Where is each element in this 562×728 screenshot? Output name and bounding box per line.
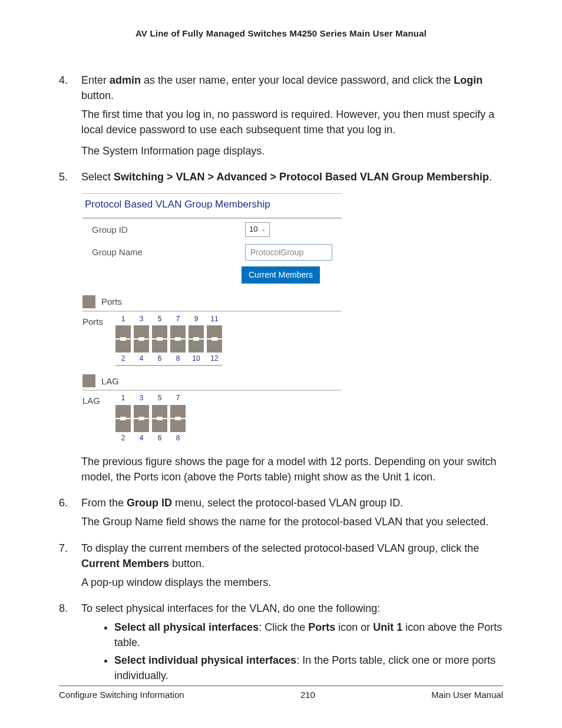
step8-text: To select physical interfaces for the VL… [81,602,380,614]
figure-title: Protocol Based VLAN Group Membership [82,194,342,219]
bullet-individual-interfaces: Select individual physical interfaces: I… [114,653,503,683]
ports-section-head: Ports [82,295,342,312]
lag-cell[interactable] [134,419,149,432]
lag-cell[interactable] [115,419,131,432]
group-name-input[interactable]: ProtocolGroup [245,244,332,261]
lag-bottom-row [115,419,186,432]
lag-cell[interactable] [152,419,167,432]
port-num: 2 [115,354,131,364]
port-cell[interactable] [170,325,186,338]
step-list: Enter admin as the user name, enter your… [59,73,503,683]
t: as the user name, enter your local devic… [141,74,454,86]
port-cell[interactable] [207,340,222,353]
port-cell[interactable] [152,340,167,353]
step4-text: Enter admin as the user name, enter your… [81,74,482,101]
port-cell[interactable] [152,325,167,338]
current-members-button[interactable]: Current Members [242,266,320,283]
ports-head-label: Ports [101,295,122,308]
t-bold: Switching > VLAN > Advanced > Protocol B… [114,171,489,183]
label-group-id: Group ID [85,223,245,236]
lag-cell[interactable] [152,405,167,418]
step5-text: Select Switching > VLAN > Advanced > Pro… [81,171,492,183]
step-7: To display the current members of the se… [59,541,503,590]
ports-bottom-row [115,340,222,353]
lag-bottom-nums: 2 4 6 8 [115,433,186,443]
page-footer: Configure Switching Information 210 Main… [59,686,503,700]
lag-num: 1 [115,393,131,403]
port-cell[interactable] [115,325,131,338]
lag-cell[interactable] [170,405,186,418]
ports-row-label: Ports [82,314,108,328]
t: : Click the [259,621,308,633]
footer-right: Main User Manual [431,690,503,700]
port-num: 8 [170,354,186,364]
ports-icon[interactable] [82,295,95,308]
port-num: 10 [189,354,204,364]
step4-note1: The first time that you log in, no passw… [81,107,503,137]
lag-num: 2 [115,433,131,443]
lag-head-label: LAG [101,375,119,388]
port-num: 3 [134,314,149,324]
bullet-all-interfaces: Select all physical interfaces: Click th… [114,620,503,650]
step8-bullets: Select all physical interfaces: Click th… [114,620,503,683]
step5-note: The previous figure shows the page for a… [81,454,503,485]
lag-top-nums: 1 3 5 7 [115,393,186,403]
port-num: 9 [189,314,204,324]
lag-top-row [115,405,186,418]
step7-note: A pop-up window displays the members. [81,575,503,590]
port-cell[interactable] [115,340,131,353]
port-cell[interactable] [170,340,186,353]
footer-left: Configure Switching Information [59,690,184,700]
t-bold: admin [110,74,141,86]
lag-icon[interactable] [82,374,95,387]
port-num: 6 [152,354,167,364]
row-group-name: Group Name ProtocolGroup [82,241,342,264]
lag-cell[interactable] [115,405,131,418]
lag-num: 8 [170,433,186,443]
lag-num: 7 [170,393,186,403]
t: icon or [335,621,373,633]
port-cell[interactable] [189,340,204,353]
row-group-id: Group ID 10 ⌄ [82,219,342,241]
t-bold: Ports [308,621,335,633]
t: button. [169,558,204,569]
port-cell[interactable] [134,340,149,353]
ports-block: Ports 1 3 5 7 9 11 [82,314,342,367]
t-bold: Current Members [81,558,169,569]
port-num: 7 [170,314,186,324]
lag-row-label: LAG [82,393,108,407]
lag-num: 4 [134,433,149,443]
port-num: 4 [134,354,149,364]
figure-vlan-membership: Protocol Based VLAN Group Membership Gro… [82,193,342,445]
group-id-select[interactable]: 10 ⌄ [245,222,270,237]
footer-page-number: 210 [300,690,315,700]
step-8: To select physical interfaces for the VL… [59,601,503,683]
group-id-value: 10 [249,224,257,235]
t-bold: Group ID [127,497,172,509]
t: Select [81,171,114,183]
step-6: From the Group ID menu, select the proto… [59,495,503,529]
lag-section-head: LAG [82,374,342,391]
t-bold: Select all physical interfaces [114,621,259,633]
t: From the [81,497,127,509]
step4-note2: The System Information page displays. [81,143,503,159]
step7-text: To display the current members of the se… [81,542,479,569]
step6-note: The Group Name field shows the name for … [81,514,503,529]
lag-cell[interactable] [134,405,149,418]
lag-block: LAG 1 3 5 7 [82,393,342,444]
ports-grid: 1 3 5 7 9 11 [115,314,222,367]
page-title: AV Line of Fully Managed Switches M4250 … [59,28,503,38]
t: Enter [81,74,110,86]
t: menu, select the protocol-based VLAN gro… [172,497,403,509]
step-4: Enter admin as the user name, enter your… [59,73,503,159]
t-bold: Login [454,74,482,86]
port-num: 11 [207,314,222,324]
lag-cell[interactable] [170,419,186,432]
port-cell[interactable] [207,325,222,338]
port-num: 1 [115,314,131,324]
step-5: Select Switching > VLAN > Advanced > Pro… [59,169,503,485]
port-cell[interactable] [134,325,149,338]
chevron-down-icon: ⌄ [261,225,266,234]
step6-text: From the Group ID menu, select the proto… [81,497,403,509]
port-cell[interactable] [189,325,204,338]
